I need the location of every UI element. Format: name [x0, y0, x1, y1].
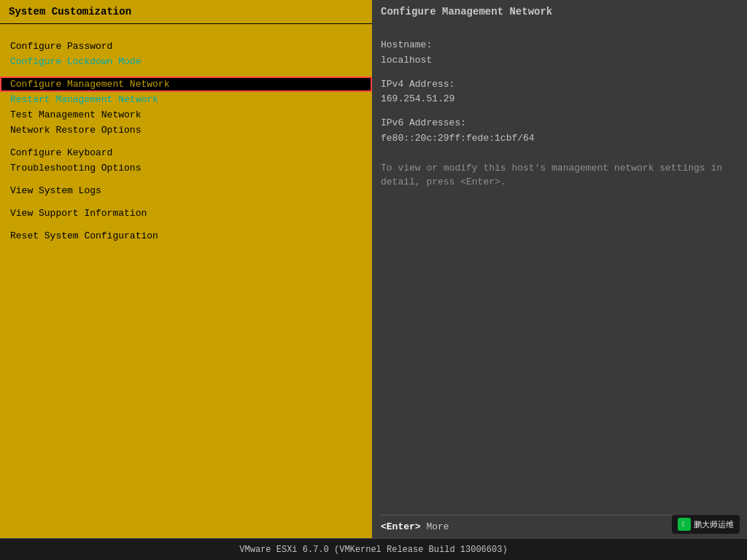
main-container: System Customization Configure Password …: [0, 0, 747, 560]
right-panel-content: Hostname: localhost IPv4 Address: 169.25…: [381, 29, 738, 515]
menu-item-reset-system-configuration[interactable]: Reset System Configuration: [0, 228, 372, 244]
menu-item-view-system-logs[interactable]: View System Logs: [0, 183, 372, 198]
bottom-bar-text: VMware ESXi 6.7.0 (VMKernel Release Buil…: [239, 545, 507, 555]
more-label: More: [426, 521, 449, 532]
menu-item-view-support-information[interactable]: View Support Information: [0, 206, 372, 221]
menu-item-configure-keyboard[interactable]: Configure Keyboard: [0, 145, 372, 160]
watermark:  鹏大师运维: [672, 515, 740, 534]
menu-item-configure-lockdown[interactable]: Configure Lockdown Mode: [0, 54, 372, 69]
left-menu: Configure Password Configure Lockdown Mo…: [0, 24, 372, 538]
top-panel: System Customization Configure Password …: [0, 0, 747, 538]
network-note: To view or modify this host's management…: [381, 161, 738, 190]
ipv6-value: fe80::20c:29ff:fede:1cbf/64: [381, 131, 738, 147]
wechat-icon: : [678, 518, 691, 531]
hostname-value: localhost: [381, 53, 738, 69]
left-panel-header: System Customization: [0, 0, 372, 24]
right-panel: Configure Management Network Hostname: l…: [372, 0, 747, 538]
watermark-text: 鹏大师运维: [694, 519, 734, 530]
ipv4-value: 169.254.51.29: [381, 92, 738, 107]
menu-item-test-management-network[interactable]: Test Management Network: [0, 107, 372, 122]
left-panel: System Customization Configure Password …: [0, 0, 372, 538]
menu-item-configure-management-network[interactable]: Configure Management Network: [0, 77, 372, 92]
menu-item-network-restore-options[interactable]: Network Restore Options: [0, 122, 372, 138]
ipv6-label: IPv6 Addresses:: [381, 116, 738, 131]
hostname-label: Hostname:: [381, 38, 738, 53]
bottom-bar: VMware ESXi 6.7.0 (VMKernel Release Buil…: [0, 538, 747, 560]
menu-item-restart-management-network[interactable]: Restart Management Network: [0, 92, 372, 107]
menu-item-troubleshooting-options[interactable]: Troubleshooting Options: [0, 160, 372, 176]
menu-item-configure-password[interactable]: Configure Password: [0, 39, 372, 54]
right-panel-header: Configure Management Network: [381, 6, 738, 18]
enter-key-hint: <Enter>: [381, 521, 421, 532]
ipv4-label: IPv4 Address:: [381, 77, 738, 93]
